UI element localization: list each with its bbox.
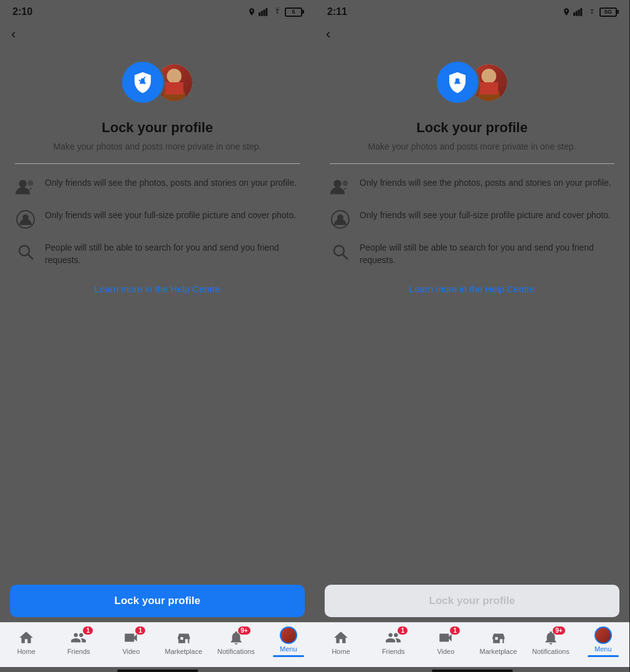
nav-menu-left[interactable]: Menu bbox=[270, 626, 307, 657]
nav-video-label-right: Video bbox=[437, 648, 454, 655]
signal-icon-left bbox=[259, 7, 270, 16]
nav-video-left[interactable]: 1 Video bbox=[112, 629, 150, 655]
svg-rect-15 bbox=[576, 11, 578, 16]
friends-icon-right bbox=[330, 176, 351, 198]
svg-rect-7 bbox=[165, 82, 184, 95]
bottom-nav-left: Home 1 Friends 1 bbox=[0, 622, 315, 667]
nav-home-label-right: Home bbox=[332, 648, 350, 655]
home-bar-left bbox=[117, 670, 198, 672]
nav-menu-label-left: Menu bbox=[280, 645, 297, 653]
lock-profile-button-left[interactable]: Lock your profile bbox=[10, 585, 305, 617]
svg-rect-21 bbox=[480, 82, 499, 95]
nav-marketplace-left[interactable]: Marketplace bbox=[165, 629, 203, 655]
friends-icon-wrap-right: 1 bbox=[383, 629, 404, 646]
subtitle-right: Make your photos and posts more private … bbox=[330, 141, 614, 153]
status-bar-right: 2:11 5G bbox=[315, 0, 629, 21]
feature-item-2-left: People will still be able to search for … bbox=[15, 241, 300, 267]
features-list-left: Only friends will see the photos, posts … bbox=[15, 176, 300, 267]
nav-marketplace-label-right: Marketplace bbox=[480, 648, 517, 655]
menu-icon-wrap-right bbox=[593, 626, 614, 644]
nav-menu-right[interactable]: Menu bbox=[585, 626, 622, 657]
feature-text-1-right: Only friends will see your full-size pro… bbox=[360, 209, 614, 221]
svg-point-8 bbox=[19, 180, 26, 187]
battery-icon-left: 5 bbox=[285, 7, 302, 17]
main-content-left: Lock your profile Make your photos and p… bbox=[0, 45, 315, 577]
shield-icon-right bbox=[446, 71, 469, 94]
svg-line-27 bbox=[343, 254, 348, 259]
nav-marketplace-label-left: Marketplace bbox=[165, 648, 203, 655]
marketplace-icon-wrap-right bbox=[488, 629, 509, 646]
nav-friends-left[interactable]: 1 Friends bbox=[60, 629, 97, 655]
notif-icon-wrap-left: 9+ bbox=[226, 629, 247, 646]
nav-friends-label-right: Friends bbox=[382, 648, 405, 655]
location-icon-right bbox=[562, 7, 571, 16]
help-link-right[interactable]: Learn more in the Help Centre bbox=[409, 284, 535, 294]
friends-icon-left bbox=[15, 176, 36, 198]
status-icons-right: 5G bbox=[562, 7, 617, 17]
feature-item-0-left: Only friends will see the photos, posts … bbox=[15, 176, 300, 198]
notif-badge-right: 9+ bbox=[553, 626, 565, 635]
marketplace-icon-right bbox=[490, 630, 507, 646]
nav-menu-label-right: Menu bbox=[594, 645, 612, 653]
svg-point-5 bbox=[167, 69, 182, 84]
phone-panel-right: 2:11 5G ‹ bbox=[315, 0, 629, 672]
nav-video-right[interactable]: 1 Video bbox=[427, 629, 464, 655]
bottom-section-right: Lock your profile Home 1 bbox=[315, 577, 629, 672]
divider-left bbox=[15, 163, 300, 164]
status-bar-left: 2:10 5 bbox=[0, 0, 315, 21]
feature-item-1-right: Only friends will see your full-size pro… bbox=[330, 209, 614, 230]
divider-right bbox=[330, 163, 614, 164]
feature-item-1-left: Only friends will see your full-size pro… bbox=[15, 209, 300, 230]
back-button-right[interactable]: ‹ bbox=[315, 21, 629, 45]
nav-notifications-left[interactable]: 9+ Notifications bbox=[217, 629, 255, 655]
friends-icon-wrap-left: 1 bbox=[68, 629, 89, 646]
wifi-icon-right bbox=[587, 7, 597, 16]
help-link-left[interactable]: Learn more in the Help Centre bbox=[95, 284, 221, 294]
svg-rect-14 bbox=[573, 12, 575, 16]
profile-icon-left bbox=[15, 209, 36, 230]
title-section-left: Lock your profile Make your photos and p… bbox=[15, 120, 300, 153]
bottom-section-left: Lock your profile Home 1 bbox=[0, 577, 315, 672]
feature-text-0-left: Only friends will see the photos, posts … bbox=[45, 176, 300, 189]
main-content-right: Lock your profile Make your photos and p… bbox=[315, 45, 629, 577]
home-icon-wrap-left bbox=[16, 629, 37, 646]
nav-home-right[interactable]: Home bbox=[322, 629, 360, 655]
back-button-left[interactable]: ‹ bbox=[0, 21, 315, 45]
nav-friends-right[interactable]: 1 Friends bbox=[375, 629, 412, 655]
notif-badge-left: 9+ bbox=[238, 626, 250, 635]
nav-friends-label-left: Friends bbox=[67, 648, 90, 655]
nav-notifications-right[interactable]: 9+ Notifications bbox=[532, 629, 570, 655]
svg-point-9 bbox=[28, 180, 34, 186]
svg-point-23 bbox=[343, 180, 348, 186]
video-icon-wrap-right: 1 bbox=[435, 629, 456, 646]
main-title-right: Lock your profile bbox=[330, 120, 614, 136]
friends-badge-right: 1 bbox=[398, 626, 408, 635]
status-time-right: 2:11 bbox=[327, 6, 347, 17]
home-icon-left bbox=[18, 630, 34, 646]
lock-button-container-right: Lock your profile bbox=[315, 577, 629, 622]
svg-rect-17 bbox=[580, 8, 582, 16]
main-title-left: Lock your profile bbox=[15, 120, 300, 136]
menu-avatar-right bbox=[594, 626, 612, 644]
friends-badge-left: 1 bbox=[83, 626, 93, 635]
active-indicator-left bbox=[273, 655, 304, 657]
nav-home-left[interactable]: Home bbox=[7, 629, 45, 655]
shield-icon-left bbox=[131, 71, 154, 94]
feature-text-1-left: Only friends will see your full-size pro… bbox=[45, 209, 300, 221]
nav-notif-label-right: Notifications bbox=[532, 648, 570, 655]
status-time-left: 2:10 bbox=[12, 6, 32, 17]
wifi-icon-left bbox=[272, 7, 282, 16]
nav-notif-label-left: Notifications bbox=[217, 648, 255, 655]
lock-profile-button-right[interactable]: Lock your profile bbox=[325, 585, 619, 617]
feature-item-0-right: Only friends will see the photos, posts … bbox=[330, 176, 614, 198]
feature-text-2-left: People will still be able to search for … bbox=[45, 241, 300, 267]
profile-icon-right bbox=[330, 209, 351, 230]
nav-marketplace-right[interactable]: Marketplace bbox=[480, 629, 517, 655]
notif-icon-wrap-right: 9+ bbox=[540, 629, 561, 646]
feature-text-0-right: Only friends will see the photos, posts … bbox=[360, 176, 614, 189]
phone-panel-left: 2:10 5 ‹ bbox=[0, 0, 315, 672]
video-icon-wrap-left: 1 bbox=[120, 629, 141, 646]
avatar-group-right bbox=[435, 57, 509, 107]
bottom-nav-right: Home 1 Friends 1 bbox=[315, 622, 629, 667]
menu-icon-wrap-left bbox=[278, 626, 299, 644]
